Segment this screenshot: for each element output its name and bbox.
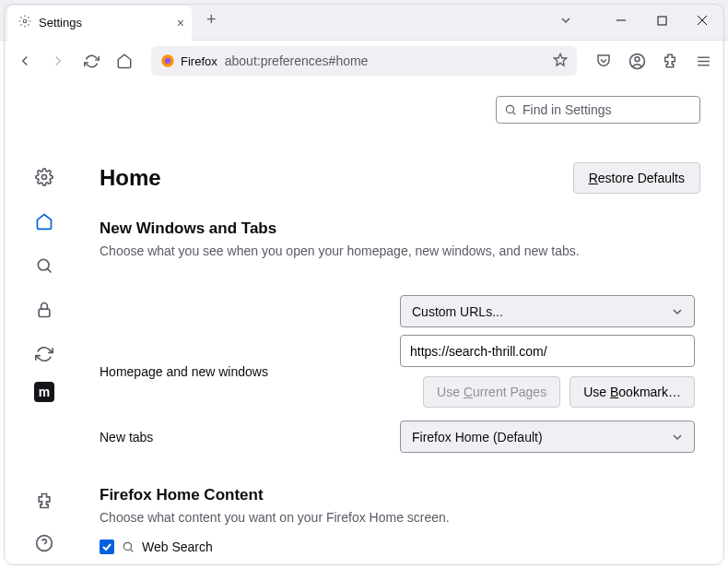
settings-sidebar: m — [0, 81, 88, 569]
bookmark-star-icon[interactable] — [553, 53, 568, 70]
menu-icon[interactable] — [689, 47, 717, 75]
reload-button[interactable] — [77, 47, 105, 75]
svg-point-21 — [123, 542, 131, 550]
content-area: m Find in Settings Home RRestore Default… — [0, 81, 728, 569]
svg-rect-16 — [39, 309, 50, 316]
web-search-checkbox[interactable] — [100, 539, 114, 554]
gear-icon — [18, 15, 31, 30]
search-icon — [504, 103, 517, 116]
forward-button[interactable] — [44, 47, 72, 75]
web-search-label: Web Search — [142, 539, 213, 554]
pocket-icon[interactable] — [590, 47, 617, 75]
back-button[interactable] — [11, 47, 39, 75]
sidebar-privacy[interactable] — [28, 293, 61, 326]
tab-title: Settings — [39, 16, 82, 30]
address-text: about:preferences#home — [225, 53, 546, 68]
restore-defaults-button[interactable]: RRestore Defaultsestore Defaults — [573, 162, 700, 194]
use-bookmark-button[interactable]: Use Bookmark… — [569, 376, 695, 408]
account-icon[interactable] — [623, 47, 651, 75]
browser-tab[interactable]: Settings × — [7, 6, 192, 41]
search-icon — [122, 540, 135, 553]
sidebar-sync[interactable] — [28, 338, 61, 371]
page-title: Home — [100, 165, 161, 191]
svg-line-15 — [47, 268, 51, 272]
svg-point-9 — [635, 56, 640, 61]
svg-line-20 — [512, 112, 515, 114]
maximize-button[interactable] — [641, 0, 682, 41]
newtabs-label: New tabs — [100, 430, 400, 445]
section-new-windows-desc: Choose what you see when you open your h… — [100, 243, 700, 258]
sidebar-more[interactable]: m — [34, 382, 54, 402]
minimize-button[interactable] — [601, 0, 641, 41]
homepage-mode-select[interactable]: Custom URLs... — [400, 295, 695, 327]
use-current-pages-button[interactable]: Use Current Pages — [423, 376, 560, 408]
sidebar-home[interactable] — [28, 205, 61, 238]
svg-point-0 — [23, 19, 27, 23]
newtabs-select[interactable]: Firefox Home (Default) — [400, 421, 695, 453]
extensions-icon[interactable] — [656, 47, 684, 75]
svg-point-6 — [165, 58, 171, 65]
section-home-content-title: Firefox Home Content — [100, 486, 700, 504]
svg-point-14 — [38, 259, 49, 270]
sidebar-help[interactable] — [28, 527, 61, 560]
svg-line-22 — [130, 549, 133, 551]
window-controls — [601, 0, 722, 41]
close-tab-icon[interactable]: × — [177, 16, 184, 30]
sidebar-search[interactable] — [28, 249, 61, 282]
svg-point-19 — [506, 105, 513, 113]
svg-rect-2 — [658, 17, 666, 25]
sidebar-general[interactable] — [28, 160, 61, 194]
section-home-content-desc: Choose what content you want on your Fir… — [100, 510, 700, 525]
chevron-down-icon — [672, 432, 683, 443]
chevron-down-icon — [672, 306, 683, 317]
url-bar[interactable]: Firefox about:preferences#home — [151, 46, 577, 76]
home-button-toolbar[interactable] — [111, 47, 138, 75]
firefox-badge: Firefox — [160, 53, 217, 68]
sidebar-extensions[interactable] — [28, 484, 61, 517]
tabs-dropdown-icon[interactable] — [560, 13, 571, 30]
new-tab-button[interactable]: + — [199, 6, 224, 33]
nav-toolbar: Firefox about:preferences#home — [0, 41, 728, 81]
section-new-windows-title: New Windows and Tabs — [100, 219, 700, 238]
close-window-button[interactable] — [682, 0, 722, 41]
svg-point-13 — [42, 175, 47, 180]
find-settings-input[interactable]: Find in Settings — [496, 96, 700, 124]
titlebar: Settings × + — [0, 0, 728, 41]
homepage-url-input[interactable] — [400, 335, 695, 367]
homepage-label: Homepage and new windows — [100, 364, 400, 379]
svg-marker-7 — [554, 53, 566, 65]
main-panel: Find in Settings Home RRestore Defaultse… — [88, 81, 728, 569]
